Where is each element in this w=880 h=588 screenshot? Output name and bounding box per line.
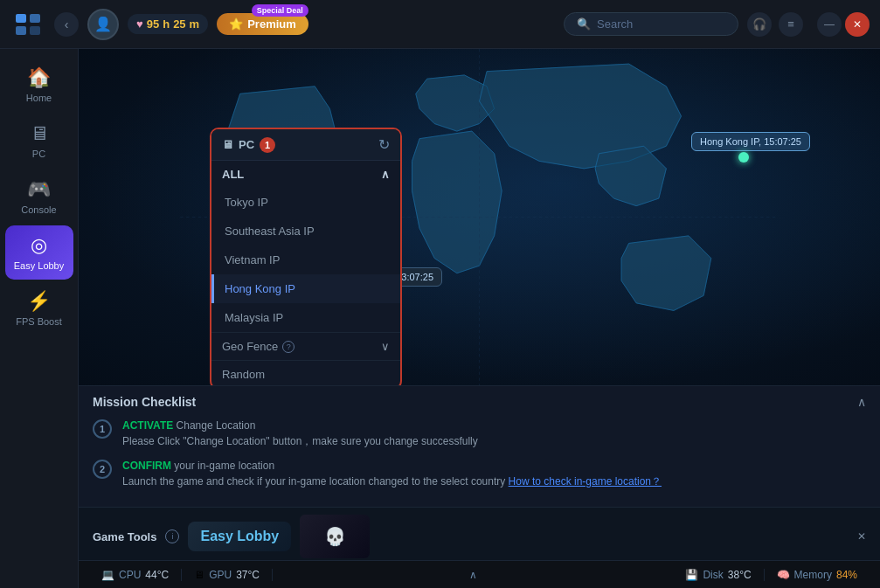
step-number: 1 [260,137,275,153]
svg-rect-1 [30,14,40,23]
minimize-button[interactable]: — [817,12,842,37]
location-item-hong-kong[interactable]: Hong Kong IP [211,274,400,303]
mission-step-1-main: Change Location [177,419,256,432]
main-area: 🏠 Home 🖥 PC 🎮 Console ◎ Easy Lobby ⚡ FPS… [0,49,880,588]
cpu-value: 44°C [145,569,169,581]
southeast-asia-label: Southeast Asia IP [225,225,315,238]
heart-icon: ♥ [136,17,143,31]
sidebar-item-console[interactable]: 🎮 Console [5,169,73,224]
location-item-southeast-asia[interactable]: Southeast Asia IP [211,217,400,246]
panel-header-left: 🖥 PC 1 [222,137,275,153]
location-panel: 🖥 PC 1 ↻ ALL ∧ Tokyo IP Southeast Asia [210,128,402,385]
premium-label: Premium [247,17,296,31]
sidebar-item-pc[interactable]: 🖥 PC [5,114,73,168]
disk-icon: 💾 [685,569,698,581]
premium-badge[interactable]: Special Deal ⭐ Premium [217,13,308,35]
game-tool-close-button[interactable]: ✕ [857,530,866,543]
status-gpu: 🖥 GPU 37°C [182,569,273,581]
app-logo [10,7,45,42]
avatar[interactable]: 👤 [87,9,119,40]
titlebar-icons: 🎧 ≡ [747,12,803,37]
sidebar-item-home[interactable]: 🏠 Home [5,58,73,112]
location-item-vietnam[interactable]: Vietnam IP [211,246,400,274]
easy-lobby-icon: ◎ [31,234,47,257]
location-item-tokyo[interactable]: Tokyo IP [211,188,400,217]
menu-button[interactable]: ≡ [779,12,803,37]
sidebar-home-label: Home [26,93,52,103]
panel-header: 🖥 PC 1 ↻ [211,129,400,161]
sidebar-pc-label: PC [32,149,45,159]
headset-button[interactable]: 🎧 [747,12,772,37]
map-area: Hong Kong IP, 15:07:25 Chile IP, 03:07:2… [79,49,880,385]
hong-kong-marker [738,152,749,163]
pc-device-icon: 🖥 [222,138,233,151]
expand-button[interactable]: ∧ [469,569,477,581]
search-icon: 🔍 [577,17,591,31]
mission-checklist: Mission Checklist ∧ 1 ACTIVATE Change Lo… [79,386,880,508]
fps-boost-icon: ⚡ [27,290,51,313]
special-deal-tag: Special Deal [252,4,308,17]
refresh-button[interactable]: ↻ [378,136,390,153]
skull-icon: 💀 [324,526,346,547]
gpu-icon: 🖥 [194,569,204,581]
status-disk: 💾 Disk 38°C [673,569,764,581]
location-list: Tokyo IP Southeast Asia IP Vietnam IP Ho… [211,188,400,332]
xp-min-unit: m [190,17,200,31]
geo-fence-row[interactable]: Geo Fence ? ∨ [211,332,400,360]
easy-lobby-card-label: Easy Lobby [200,529,279,544]
home-icon: 🏠 [27,66,51,89]
device-label: PC [239,138,254,151]
hong-kong-tooltip: Hong Kong IP, 15:07:25 [691,132,810,151]
gpu-value: 37°C [236,569,260,581]
mission-step-2-action: CONFIRM [122,460,171,472]
geo-fence-chevron-icon: ∨ [381,340,390,353]
mission-title: Mission Checklist [93,395,196,409]
mission-step-2-link[interactable]: How to check in-game location？ [509,475,662,488]
vietnam-label: Vietnam IP [225,253,280,266]
geo-fence-label: Geo Fence ? [222,340,294,353]
game-tools-info-icon[interactable]: i [165,529,179,543]
bottom-panel: Mission Checklist ∧ 1 ACTIVATE Change Lo… [79,385,880,560]
game-tools-bar: Game Tools i Easy Lobby 💀 ✕ [79,508,880,565]
status-memory: 🧠 Memory 84% [765,569,870,581]
mission-step-2: 2 CONFIRM your in-game location Launch t… [93,458,866,489]
close-button[interactable]: ✕ [845,12,870,37]
mission-step-2-num: 2 [93,460,112,479]
xp-value: 95 [147,17,159,31]
xp-min: 25 [173,17,185,31]
mission-step-1-text: ACTIVATE Change Location Please Click "C… [122,418,478,449]
easy-lobby-card[interactable]: Easy Lobby [188,522,291,551]
search-bar[interactable]: 🔍 Search [564,12,738,36]
sidebar-item-easy-lobby[interactable]: ◎ Easy Lobby [5,225,73,280]
hong-kong-label: Hong Kong IP [225,282,295,295]
category-header[interactable]: ALL ∧ [211,161,400,188]
status-cpu: 💻 CPU 44°C [89,569,182,581]
random-row[interactable]: Random [211,360,400,385]
content-area: Hong Kong IP, 15:07:25 Chile IP, 03:07:2… [79,49,880,588]
mission-checklist-header[interactable]: Mission Checklist ∧ [79,386,880,418]
sidebar-fps-boost-label: FPS Boost [16,316,62,327]
titlebar: ‹ 👤 ♥ 95 h 25 m Special Deal ⭐ Premium 🔍… [0,0,880,49]
geo-fence-help-icon: ? [282,341,294,353]
cpu-icon: 💻 [101,569,114,581]
back-button[interactable]: ‹ [54,12,79,37]
hong-kong-marker-dot [738,152,749,163]
location-item-malaysia[interactable]: Malaysia IP [211,303,400,332]
search-label: Search [597,17,633,31]
game-tool-thumbnail: 💀 [300,515,370,558]
svg-rect-3 [30,26,40,35]
gpu-label: GPU [209,569,232,581]
mission-items: 1 ACTIVATE Change Location Please Click … [79,418,880,507]
category-label: ALL [222,168,244,181]
mission-step-2-text: CONFIRM your in-game location Launch the… [122,458,662,489]
mission-step-2-sub: Launch the game and check if your in-gam… [122,475,509,488]
chevron-up-icon: ∧ [381,168,390,181]
sidebar-item-fps-boost[interactable]: ⚡ FPS Boost [5,281,73,336]
status-bar: 💻 CPU 44°C 🖥 GPU 37°C ∧ 💾 Disk 38°C 🧠 Me… [79,560,880,588]
pc-icon: 🖥 [30,122,49,145]
xp-unit: h [163,17,170,31]
mission-step-1-sub: Please Click "Change Location" button，ma… [122,435,478,447]
malaysia-label: Malaysia IP [225,311,283,324]
xp-badge: ♥ 95 h 25 m [128,14,208,34]
sidebar-easy-lobby-label: Easy Lobby [14,260,64,271]
